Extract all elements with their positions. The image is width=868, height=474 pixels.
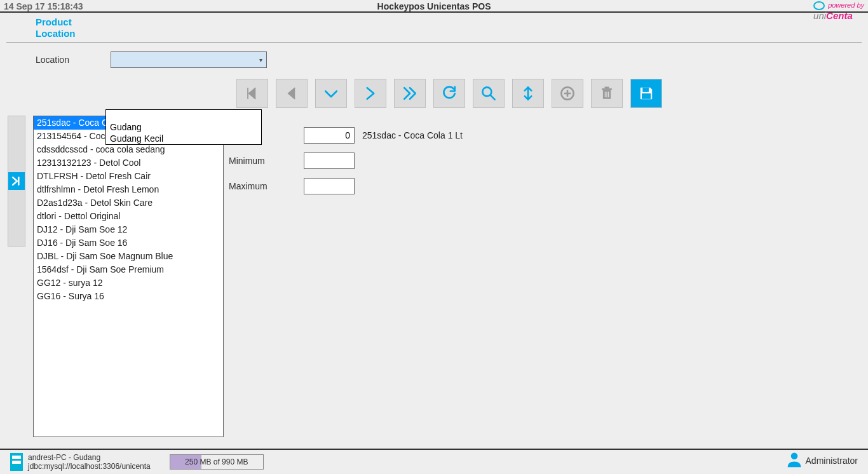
svg-point-16 [790,453,797,460]
product-list[interactable]: 251sdac - Coca Cola 1 Lt213154564 - Coca… [33,116,224,437]
save-button[interactable] [630,79,662,108]
form-area: Units 251sdac - Coca Cola 1 Lt Minimum M… [229,127,463,203]
svg-rect-9 [605,87,609,89]
list-item[interactable]: GG16 - Surya 16 [34,290,223,303]
logo-oval-icon [813,1,825,10]
minimum-label: Minimum [229,156,304,166]
svg-rect-13 [643,88,649,91]
minimum-input[interactable] [304,152,355,169]
status-bar: andrest-PC - Gudang jdbc:mysql://localho… [0,449,868,474]
down-button[interactable] [315,79,347,108]
memory-text: 250 MB of 990 MB [185,457,248,466]
refresh-button[interactable] [433,79,465,108]
location-combo[interactable]: ▾ [111,51,267,68]
location-option-gudang-kecil[interactable]: Gudang Kecil [106,133,261,144]
user-block[interactable]: Administrator [785,450,858,470]
list-item[interactable]: DJ12 - Dji Sam Soe 12 [34,223,223,236]
location-label: Location [36,55,111,65]
host-label: andrest-PC - Gudang [28,453,151,462]
sidebar-collapse-bar[interactable] [8,116,25,247]
collapse-icon [8,172,25,190]
next-button[interactable] [355,79,386,108]
sort-button[interactable] [512,79,544,108]
location-option-blank[interactable] [106,110,261,121]
svg-rect-8 [602,88,612,90]
toolbar [236,79,662,108]
maximum-input[interactable] [304,178,355,194]
top-links: Product Location [0,13,868,39]
app-title: Hockeypos Unicentas POS [0,1,868,11]
delete-button[interactable] [591,79,623,108]
list-item[interactable]: 1564dsf - Dji Sam Soe Premium [34,263,223,276]
link-product[interactable]: Product [36,17,868,28]
jdbc-label: jdbc:mysql://localhost:3306/unicenta [28,462,151,471]
user-icon [785,450,803,470]
brand-name: uniCenta [813,10,853,21]
add-button[interactable] [552,79,583,108]
list-item[interactable]: 12313132123 - Detol Cool [34,156,223,170]
powered-by-label: powered by [828,1,864,9]
list-item[interactable]: DJ16 - Dji Sam Soe 16 [34,236,223,250]
location-row: Location ▾ [0,43,868,68]
list-item[interactable]: cdssddcsscd - coca cola sedang [34,143,223,156]
list-item[interactable]: GG12 - surya 12 [34,276,223,290]
user-name: Administrator [806,456,858,466]
maximum-label: Maximum [229,181,304,191]
units-input[interactable] [304,127,355,144]
chevron-down-icon: ▾ [259,57,262,64]
location-option-gudang[interactable]: Gudang [106,121,261,133]
powered-by-logo: powered by uniCenta [813,1,864,21]
list-item[interactable]: DTLFRSH - Detol Fresh Cair [34,170,223,183]
memory-bar[interactable]: 250 MB of 990 MB [170,454,264,470]
database-icon [10,453,23,471]
list-item[interactable]: dtlori - Dettol Original [34,210,223,223]
status-text: andrest-PC - Gudang jdbc:mysql://localho… [28,453,151,471]
link-location[interactable]: Location [36,28,868,39]
list-item[interactable]: D2as1d23a - Detol Skin Care [34,196,223,210]
search-button[interactable] [473,79,505,108]
last-button[interactable] [394,79,426,108]
prev-button[interactable] [276,79,308,108]
selected-product-name: 251sdac - Coca Cola 1 Lt [362,130,463,140]
list-item[interactable]: DJBL - Dji Sam Soe Magnum Blue [34,250,223,263]
first-button[interactable] [236,79,268,108]
location-dropdown[interactable]: Gudang Gudang Kecil [105,109,262,145]
list-item[interactable]: dtlfrshlmn - Detol Fresh Lemon [34,183,223,196]
svg-rect-14 [642,94,650,98]
svg-line-2 [491,95,495,100]
header-bar: 14 Sep 17 15:18:43 Hockeypos Unicentas P… [0,0,868,13]
